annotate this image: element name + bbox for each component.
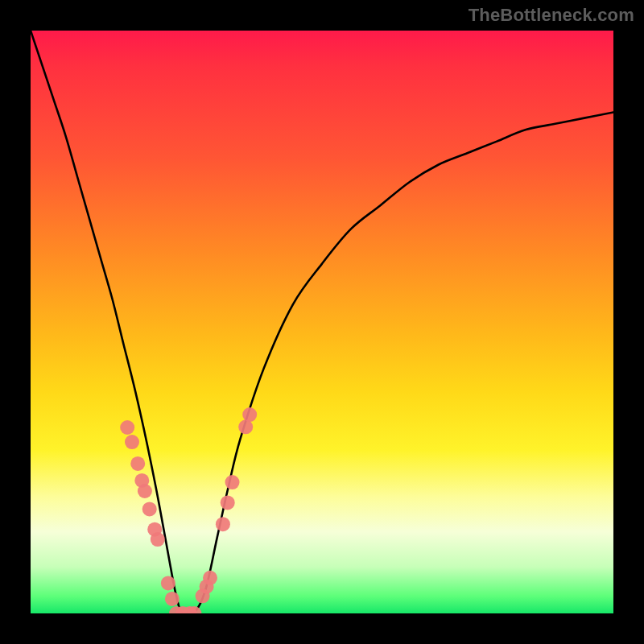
data-marker [130,456,145,471]
bottleneck-curve-svg [31,31,613,613]
data-marker [221,495,235,510]
data-marker [151,532,165,547]
marker-group [120,407,257,613]
data-marker [242,407,257,422]
data-marker [225,475,240,489]
watermark: TheBottleneck.com [469,5,634,26]
data-marker [125,435,139,449]
chart-plot-area [31,31,613,613]
data-marker [161,576,175,590]
data-marker [138,484,152,498]
data-marker [216,517,230,531]
data-marker [165,592,180,606]
curve-path [31,31,613,613]
data-marker [142,502,157,516]
curve-group [31,31,613,613]
data-marker [203,571,217,585]
chart-frame: TheBottleneck.com [0,0,644,644]
data-marker [120,420,134,435]
